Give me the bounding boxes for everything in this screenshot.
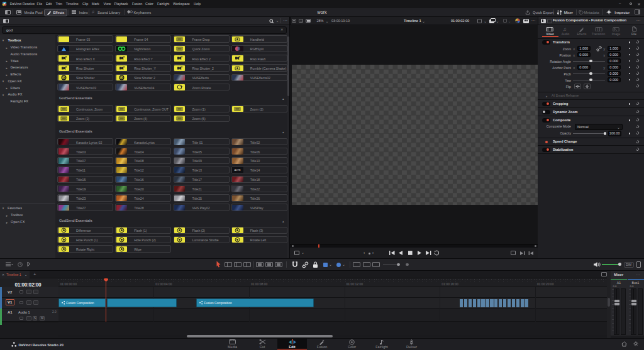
svg-text:ACTN: ACTN: [235, 169, 241, 172]
